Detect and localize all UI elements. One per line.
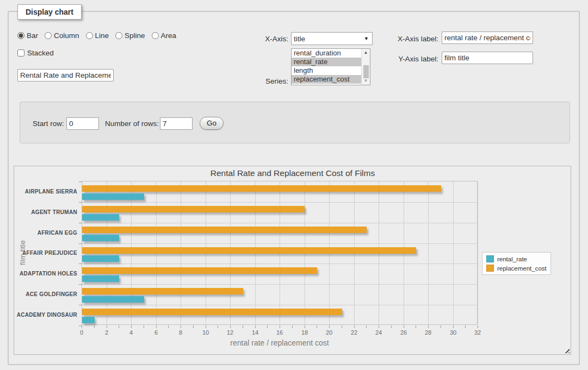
stacked-checkbox[interactable] [17, 49, 24, 57]
page: Display chart BarColumnLineSplineArea St… [0, 0, 588, 370]
resize-grip-icon[interactable] [564, 347, 570, 353]
x-tick [428, 325, 429, 328]
y-tick [79, 202, 82, 203]
x-tick-label: 8 [171, 329, 190, 336]
x-tick [391, 325, 392, 328]
chart-type-option-column[interactable]: Column [45, 32, 79, 40]
start-row-input[interactable] [66, 117, 99, 130]
series-listbox-items: rental_durationrental_ratelengthreplacem… [292, 49, 361, 85]
chart-type-option-area[interactable]: Area [152, 32, 177, 40]
bar-replacement_cost[interactable] [82, 206, 305, 212]
y-tick [79, 264, 82, 264]
x-tick [465, 325, 466, 328]
chart-title-input[interactable] [17, 69, 114, 81]
bar-rental_rate[interactable] [82, 317, 95, 323]
scroll-down-icon[interactable]: ▼ [364, 77, 368, 85]
bar-replacement_cost[interactable] [82, 309, 342, 315]
x-axis-title: rental rate / replacement cost [82, 338, 478, 347]
x-tick [416, 325, 416, 328]
chart-type-option-spline[interactable]: Spline [115, 32, 145, 40]
x-tick [94, 325, 95, 328]
series-listbox-scrollbar[interactable]: ▲ ▼ [361, 49, 370, 85]
bar-replacement_cost[interactable] [82, 227, 367, 233]
bar-rental_rate[interactable] [82, 296, 144, 303]
radio-label: Column [54, 32, 79, 40]
y-axis-title: film title [17, 181, 27, 325]
fieldset-legend: Display chart [17, 4, 82, 20]
y-tick [79, 284, 82, 285]
series-option-replacement_cost[interactable]: replacement_cost [292, 75, 361, 84]
column-radio[interactable] [45, 32, 52, 39]
x-tick [255, 325, 256, 328]
chart-type-option-line[interactable]: Line [86, 32, 109, 40]
x-tick [453, 325, 454, 328]
y-axis-label-input[interactable] [442, 52, 533, 64]
bar-rental_rate[interactable] [82, 214, 119, 221]
x-tick [119, 325, 119, 328]
chart-legend: rental_ratereplacement_cost [482, 252, 551, 275]
scroll-thumb[interactable] [363, 65, 369, 78]
row-range-panel: Start row: Number of rows: Go [20, 102, 570, 143]
bar-rental_rate[interactable] [82, 235, 119, 241]
y-tick [79, 181, 82, 182]
x-tick-label: 24 [369, 329, 388, 336]
bar-rental_rate[interactable] [82, 275, 119, 282]
x-axis-label-input[interactable] [442, 32, 533, 44]
gridline [82, 305, 477, 305]
spline-radio[interactable] [115, 32, 122, 39]
x-tick-label: 18 [295, 329, 314, 336]
bar-replacement_cost[interactable] [82, 267, 317, 274]
x-tick [317, 325, 317, 328]
bar-rental_rate[interactable] [82, 193, 144, 200]
chart-type-radio-group: BarColumnLineSplineArea [17, 32, 181, 40]
gridline [82, 223, 477, 223]
chart-title: Rental Rate and Replacement Cost of Film… [25, 168, 560, 178]
x-tick [292, 325, 293, 328]
x-tick [305, 325, 305, 328]
legend-entry-replacement_cost: replacement_cost [486, 265, 547, 272]
display-chart-fieldset: Display chart BarColumnLineSplineArea St… [8, 11, 580, 365]
x-tick-label: 12 [220, 329, 240, 336]
x-tick-label: 22 [344, 329, 364, 336]
y-tick [79, 243, 82, 244]
number-of-rows-label: Number of rows: [105, 120, 159, 128]
series-option-length[interactable]: length [292, 66, 361, 75]
gridline [453, 181, 454, 324]
x-tick [366, 325, 367, 328]
x-tick-label: 32 [468, 329, 487, 336]
number-of-rows-input[interactable] [160, 117, 193, 130]
bar-rental_rate[interactable] [82, 255, 119, 262]
radio-label: Area [161, 32, 177, 40]
x-tick-label: 4 [121, 329, 141, 336]
gridline [428, 181, 429, 324]
x-tick-label: 16 [270, 329, 289, 336]
start-row-label: Start row: [33, 120, 64, 128]
x-tick [82, 325, 82, 328]
x-tick-label: 14 [245, 329, 265, 336]
scroll-up-icon[interactable]: ▲ [364, 49, 368, 57]
gridline [82, 284, 477, 285]
stacked-row: Stacked [17, 49, 54, 57]
bar-replacement_cost[interactable] [82, 185, 441, 192]
bar-replacement_cost[interactable] [82, 247, 416, 254]
series-option-rental_rate[interactable]: rental_rate [292, 58, 361, 66]
x-tick [168, 325, 169, 328]
bar-replacement_cost[interactable] [82, 288, 243, 294]
gridline [82, 243, 477, 244]
series-listbox[interactable]: rental_durationrental_ratelengthreplacem… [291, 48, 370, 85]
bar-radio[interactable] [17, 32, 24, 39]
radio-label: Bar [27, 32, 38, 40]
x-tick-label: 26 [394, 329, 413, 336]
chart-type-option-bar[interactable]: Bar [17, 32, 38, 40]
line-radio[interactable] [86, 32, 93, 39]
area-radio[interactable] [152, 32, 159, 39]
x-tick [144, 325, 144, 328]
x-tick [243, 325, 243, 328]
series-option-rental_duration[interactable]: rental_duration [292, 49, 361, 58]
gridline [82, 264, 477, 264]
go-button[interactable]: Go [200, 117, 224, 130]
x-axis-select[interactable]: title [291, 32, 373, 45]
x-tick [478, 325, 478, 328]
x-tick [342, 325, 342, 328]
stacked-label: Stacked [27, 49, 54, 57]
